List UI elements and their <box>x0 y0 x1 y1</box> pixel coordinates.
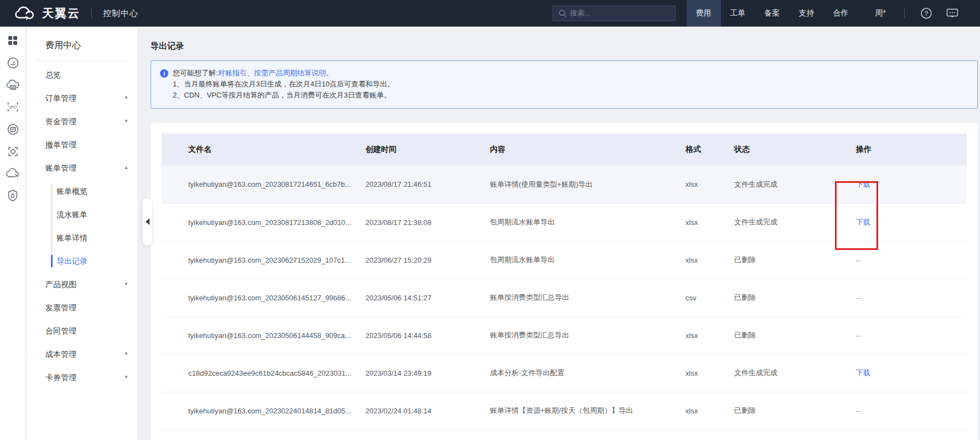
cloud-network-icon[interactable] <box>6 166 20 181</box>
sidebar-item-8[interactable]: 导出记录 <box>27 249 137 273</box>
help-icon[interactable]: ? <box>914 7 939 19</box>
column-header-3: 格式 <box>675 134 724 166</box>
notice-intro: 您可能想了解: <box>173 68 218 79</box>
topbar-nav: 费用工单备案支持合作周* <box>687 0 895 27</box>
sidebar-item-7[interactable]: 账单详情 <box>27 226 137 249</box>
download-link[interactable]: 下载 <box>856 218 870 226</box>
cell-action: -- <box>846 316 967 354</box>
sidebar-menu: 总览订单管理▼资金管理▼撤单管理账单管理▲账单概览流水账单账单详情导出记录产品视… <box>27 63 137 389</box>
topbar-nav-item-3[interactable]: 支持 <box>790 0 824 27</box>
cell-content: 账单详情(使用量类型+账期)导出 <box>480 166 675 203</box>
page-title: 导出记录 <box>151 41 978 52</box>
topbar-nav-item-4[interactable]: 合作 <box>824 0 858 27</box>
column-header-4: 状态 <box>724 134 846 166</box>
console-center-label[interactable]: 控制中心 <box>103 8 138 19</box>
topbar-nav-item-1[interactable]: 工单 <box>721 0 755 27</box>
cell-format: csv <box>675 279 724 316</box>
sidebar-item-13[interactable]: 卡券管理▼ <box>27 366 137 389</box>
feedback-chat-icon[interactable] <box>939 7 966 19</box>
gauge-dashboard-icon[interactable] <box>6 55 20 70</box>
sidebar-item-3[interactable]: 撤单管理 <box>27 133 137 156</box>
action-unavailable: -- <box>856 294 861 302</box>
sidebar-item-0[interactable]: 总览 <box>27 63 137 86</box>
sidebar-item-11[interactable]: 合同管理 <box>27 319 137 342</box>
cell-time: 2023/08/17 21:46:51 <box>355 166 480 203</box>
sidebar-item-1[interactable]: 订单管理▼ <box>27 86 137 110</box>
sidebar-item-label: 撤单管理 <box>45 140 76 149</box>
download-link[interactable]: 下载 <box>856 369 870 377</box>
table-body: tyikehutiyan@163.com_20230817214651_6cb7… <box>162 166 967 429</box>
cell-time: 2023/02/24 01:48:14 <box>355 392 480 429</box>
download-link[interactable]: 下载 <box>856 180 870 188</box>
sidebar: 费用中心 总览订单管理▼资金管理▼撤单管理账单管理▲账单概览流水账单账单详情导出… <box>27 27 137 440</box>
cell-status: 已删除 <box>724 279 846 316</box>
main-content: 导出记录 i 您可能想了解: 对账指引、按需产品周期结算说明。 1、当月最终账单… <box>137 27 980 440</box>
export-records-card: 文件名创建时间内容格式状态操作 tyikehutiyan@163.com_202… <box>151 122 978 440</box>
brand-name: 天翼云 <box>42 6 80 21</box>
cell-content: 包周期流水账单导出 <box>480 241 675 279</box>
disk-server-icon[interactable] <box>6 122 20 136</box>
cell-status: 文件生成完成 <box>724 203 846 241</box>
sidebar-item-10[interactable]: 发票管理 <box>27 296 137 319</box>
sidebar-item-label: 总览 <box>45 70 61 79</box>
chevron-down-icon: ▼ <box>124 342 128 366</box>
cell-time: 2023/08/17 21:38:08 <box>355 203 480 241</box>
cell-action: -- <box>846 392 967 429</box>
cell-file: tyikehutiyan@163.com_20230506145127_99b8… <box>162 279 355 316</box>
sidebar-collapse-handle[interactable] <box>142 198 152 245</box>
sidebar-item-label: 资金管理 <box>45 117 76 126</box>
sidebar-item-5[interactable]: 账单概览 <box>27 180 137 203</box>
action-unavailable: -- <box>856 407 861 415</box>
notice-links[interactable]: 对账指引、按需产品周期结算说明。 <box>218 68 333 79</box>
topbar-user[interactable]: 周* <box>866 0 895 27</box>
table-row: c18d92ceca9243ee9c61b24cbcac5846_2023031… <box>162 354 967 392</box>
sidebar-divider <box>34 60 127 61</box>
table-row: tyikehutiyan@163.com_20230627152029_107c… <box>162 241 967 279</box>
info-icon: i <box>160 69 168 78</box>
cell-status: 已删除 <box>724 392 846 429</box>
column-header-2: 内容 <box>480 134 675 166</box>
topbar-nav-item-2[interactable]: 备案 <box>755 0 790 27</box>
table-row: tyikehutiyan@163.com_20230817213808_2d01… <box>162 203 967 241</box>
svg-text:?: ? <box>925 10 929 18</box>
sidebar-item-9[interactable]: 产品视图▼ <box>27 273 137 296</box>
sidebar-item-label: 账单概览 <box>56 187 87 196</box>
notice-line2: 2、CDN、VPC等按月结算的产品，当月消费可在次月3日查看账单。 <box>160 90 968 101</box>
search-input[interactable]: 搜索... <box>553 6 675 21</box>
cell-content: 成本分析-文件导出配置 <box>480 354 675 392</box>
scan-diamond-icon[interactable] <box>6 144 20 158</box>
chevron-down-icon: ▼ <box>124 366 128 389</box>
chevron-up-icon: ▲ <box>124 156 128 180</box>
cell-action: 下载 <box>846 203 967 241</box>
sidebar-item-label: 订单管理 <box>45 94 76 103</box>
sidebar-title: 费用中心 <box>27 27 137 60</box>
sidebar-item-2[interactable]: 资金管理▼ <box>27 110 137 133</box>
svg-text:VPC: VPC <box>9 105 17 109</box>
brand[interactable]: 天翼云 <box>14 6 80 21</box>
vpc-icon[interactable]: VPC <box>6 100 20 114</box>
sidebar-item-label: 合同管理 <box>45 326 76 335</box>
cell-file: tyikehutiyan@163.com_20230627152029_107c… <box>162 241 355 279</box>
cloud-server-icon[interactable] <box>6 78 20 92</box>
sidebar-item-4[interactable]: 账单管理▲ <box>27 156 137 180</box>
chevron-down-icon: ▼ <box>124 273 128 296</box>
cell-format: xlsx <box>675 316 724 354</box>
sidebar-item-12[interactable]: 成本管理▼ <box>27 342 137 366</box>
apps-grid-icon[interactable] <box>6 33 20 48</box>
cell-format: xlsx <box>675 354 724 392</box>
cell-content: 账单按消费类型汇总导出 <box>480 316 675 354</box>
sidebar-item-label: 成本管理 <box>45 350 76 359</box>
cell-time: 2023/03/14 23:49:19 <box>355 354 480 392</box>
icon-rail: VPC <box>0 27 26 440</box>
table-header-row: 文件名创建时间内容格式状态操作 <box>162 134 967 166</box>
export-records-table: 文件名创建时间内容格式状态操作 tyikehutiyan@163.com_202… <box>162 134 967 430</box>
sidebar-item-6[interactable]: 流水账单 <box>27 203 137 226</box>
sidebar-item-label: 流水账单 <box>56 210 87 219</box>
cell-time: 2023/05/06 14:44:58 <box>355 316 480 354</box>
sidebar-item-label: 导出记录 <box>56 257 87 265</box>
topbar-nav-item-0[interactable]: 费用 <box>687 0 721 27</box>
cell-status: 已删除 <box>724 316 846 354</box>
table-row: tyikehutiyan@163.com_20230506145127_99b8… <box>162 279 967 316</box>
sidebar-item-label: 账单管理 <box>45 163 76 172</box>
security-shield-icon[interactable] <box>6 188 20 203</box>
